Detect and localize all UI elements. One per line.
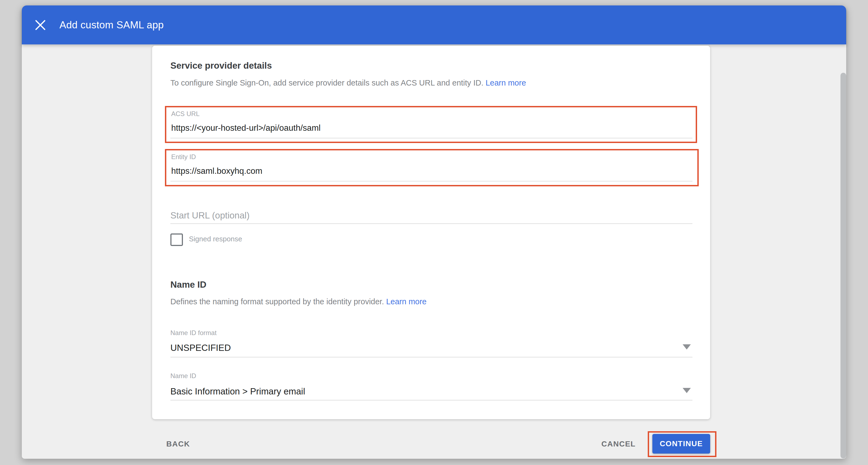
screen: Add custom SAML app Service provider det…	[0, 0, 868, 465]
entity-id-value[interactable]: https://saml.boxyhq.com	[171, 166, 262, 176]
continue-button[interactable]: CONTINUE	[652, 434, 710, 454]
start-url-underline	[170, 223, 692, 224]
signed-response-checkbox[interactable]	[170, 233, 183, 246]
name-id-description: Defines the naming format supported by t…	[170, 297, 427, 306]
name-id-format-value[interactable]: UNSPECIFIED	[170, 343, 231, 353]
scrollbar-thumb[interactable]	[840, 73, 846, 459]
service-provider-heading: Service provider details	[170, 61, 272, 71]
service-provider-description: To configure Single Sign-On, add service…	[170, 78, 526, 88]
close-icon	[34, 19, 46, 31]
name-id-underline	[170, 400, 692, 400]
start-url-placeholder[interactable]: Start URL (optional)	[170, 210, 249, 221]
acs-url-value[interactable]: https://<your-hosted-url>/api/oauth/saml	[171, 123, 320, 133]
back-button[interactable]: BACK	[166, 440, 190, 449]
service-provider-description-text: To configure Single Sign-On, add service…	[170, 78, 483, 87]
add-custom-saml-app-dialog: Add custom SAML app Service provider det…	[22, 5, 846, 459]
acs-url-underline	[170, 138, 692, 138]
close-button[interactable]	[32, 17, 49, 33]
name-id-heading: Name ID	[170, 279, 206, 290]
entity-id-label: Entity ID	[171, 153, 196, 161]
entity-id-underline	[170, 181, 692, 181]
name-id-format-underline	[170, 357, 692, 357]
learn-more-link-name-id[interactable]: Learn more	[386, 297, 426, 306]
dialog-title: Add custom SAML app	[59, 19, 164, 31]
learn-more-link-service-provider[interactable]: Learn more	[486, 78, 526, 87]
acs-url-label: ACS URL	[171, 110, 199, 118]
chevron-down-icon[interactable]	[683, 344, 691, 350]
name-id-format-label: Name ID format	[170, 329, 216, 337]
name-id-description-text: Defines the naming format supported by t…	[170, 297, 384, 306]
signed-response-label: Signed response	[189, 235, 242, 243]
cancel-button[interactable]: CANCEL	[601, 440, 636, 449]
name-id-label: Name ID	[170, 372, 196, 380]
name-id-value[interactable]: Basic Information > Primary email	[170, 386, 305, 397]
service-provider-card: Service provider details To configure Si…	[152, 46, 710, 419]
dialog-header: Add custom SAML app	[22, 5, 846, 44]
chevron-down-icon[interactable]	[683, 388, 691, 393]
